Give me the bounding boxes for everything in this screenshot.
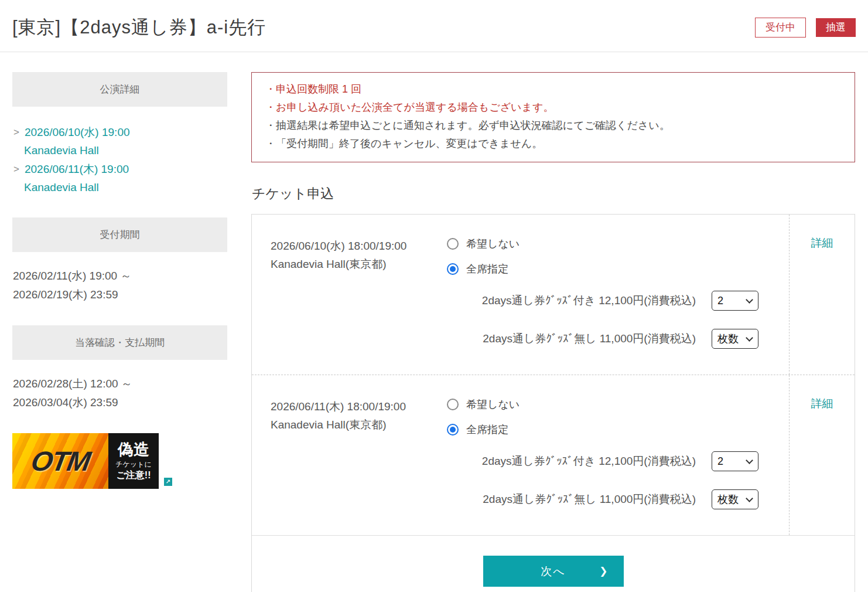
- quantity-value: 2: [717, 455, 723, 468]
- external-link-icon[interactable]: ↗: [164, 478, 172, 486]
- seat-options: 希望しない 全席指定 2days通し券ｸﾞｯｽﾞ付き 12,100円(消費税込)…: [447, 237, 789, 349]
- performance-date: 2026/06/10(水) 18:00/19:00: [271, 237, 447, 255]
- radio-label: 全席指定: [466, 262, 508, 276]
- seat-options: 希望しない 全席指定 2days通し券ｸﾞｯｽﾞ付き 12,100円(消費税込)…: [447, 397, 789, 509]
- section-title: チケット申込: [252, 185, 855, 203]
- badge-group: 受付中 抽選: [755, 18, 856, 38]
- radio-all-seats[interactable]: [447, 263, 459, 275]
- quantity-value: 枚数: [717, 332, 739, 346]
- performance-date: 2026/06/11(木) 18:00/19:00: [271, 397, 447, 416]
- detail-link[interactable]: 詳細: [811, 397, 833, 410]
- show-venue-link[interactable]: Kanadevia Hall: [24, 144, 99, 156]
- show-date-link[interactable]: 2026/06/11(木) 19:00: [25, 160, 129, 178]
- ticket-option: 2days通し券ｸﾞｯｽﾞ無し 11,000円(消費税込) 枚数: [447, 329, 758, 349]
- period-to: 2026/02/19(木) 23:59: [13, 285, 227, 304]
- quantity-select[interactable]: 枚数: [712, 489, 758, 509]
- quantity-value: 枚数: [717, 492, 739, 506]
- quantity-select[interactable]: 枚数: [712, 329, 758, 349]
- chevron-down-icon: [746, 457, 753, 464]
- notice-line: ・申込回数制限 1 回: [265, 80, 841, 98]
- performance-venue: Kanadevia Hall(東京都): [271, 416, 447, 434]
- ticket-option-label: 2days通し券ｸﾞｯｽﾞ無し 11,000円(消費税込): [483, 331, 696, 346]
- next-button[interactable]: 次へ ❯: [483, 556, 624, 587]
- quantity-select[interactable]: 2: [712, 451, 758, 471]
- option-not-desired: 希望しない: [447, 397, 758, 411]
- status-badge: 受付中: [755, 18, 806, 38]
- option-not-desired: 希望しない: [447, 237, 758, 251]
- chevron-down-icon: [746, 296, 753, 304]
- page-title: [東京]【2days通し券】a-i先行: [12, 15, 266, 40]
- show-list-item: > 2026/06/11(木) 19:00 Kanadevia Hall: [13, 160, 227, 196]
- quantity-value: 2: [717, 295, 723, 307]
- payment-period-header: 当落確認・支払期間: [12, 325, 227, 360]
- chevron-down-icon: [746, 495, 753, 502]
- ticket-option-label: 2days通し券ｸﾞｯｽﾞ無し 11,000円(消費税込): [483, 492, 696, 507]
- period-from: 2026/02/28(土) 12:00 ～: [13, 375, 227, 393]
- ticket-option: 2days通し券ｸﾞｯｽﾞ付き 12,100円(消費税込) 2: [447, 291, 758, 311]
- performance-info: 2026/06/10(水) 18:00/19:00 Kanadevia Hall…: [271, 237, 447, 349]
- notice-line: ・お申し込み頂いた公演全てが当選する場合もございます。: [265, 98, 841, 117]
- radio-label: 全席指定: [466, 423, 508, 437]
- chevron-right-icon: ❯: [599, 565, 607, 577]
- period-to: 2026/03/04(水) 23:59: [13, 393, 227, 412]
- notice-box: ・申込回数制限 1 回 ・お申し込み頂いた公演全てが当選する場合もございます。 …: [251, 72, 855, 162]
- table-footer: 次へ ❯: [252, 535, 855, 592]
- period-from: 2026/02/11(水) 19:00 ～: [13, 267, 227, 285]
- lottery-badge: 抽選: [816, 18, 856, 37]
- application-period-header: 受付期間: [12, 217, 227, 252]
- application-period-text: 2026/02/11(水) 19:00 ～ 2026/02/19(木) 23:5…: [13, 267, 227, 304]
- option-all-seats: 全席指定: [447, 423, 758, 437]
- radio-all-seats[interactable]: [447, 424, 459, 436]
- main-content: ・申込回数制限 1 回 ・お申し込み頂いた公演全てが当選する場合もございます。 …: [251, 72, 855, 592]
- show-list: > 2026/06/10(水) 19:00 Kanadevia Hall > 2…: [13, 123, 227, 196]
- otm-logo: OTM: [29, 445, 92, 477]
- detail-link[interactable]: 詳細: [811, 237, 833, 249]
- radio-not-desired[interactable]: [447, 399, 459, 410]
- performance-details-header: 公演詳細: [12, 72, 227, 107]
- ticket-option-label: 2days通し券ｸﾞｯｽﾞ付き 12,100円(消費税込): [482, 454, 696, 469]
- ticket-application-page: [東京]【2days通し券】a-i先行 受付中 抽選 公演詳細 > 2026/0…: [0, 0, 868, 592]
- show-list-item: > 2026/06/10(水) 19:00 Kanadevia Hall: [13, 123, 227, 159]
- notice-line: ・抽選結果は希望申込ごとに通知されます。必ず申込状況確認にてご確認ください。: [265, 117, 841, 135]
- banner-area: OTM 偽造 チケットに ご注意!! ↗: [12, 433, 227, 489]
- show-venue-link[interactable]: Kanadevia Hall: [24, 181, 99, 193]
- counterfeit-warning-banner[interactable]: OTM 偽造 チケットに ご注意!!: [12, 433, 159, 489]
- banner-warning-text: 偽造 チケットに ご注意!!: [108, 433, 159, 489]
- performance-row: 2026/06/11(木) 18:00/19:00 Kanadevia Hall…: [252, 375, 855, 535]
- otm-logo-panel: OTM: [12, 433, 108, 489]
- ticket-option-label: 2days通し券ｸﾞｯｽﾞ付き 12,100円(消費税込): [482, 293, 696, 308]
- option-all-seats: 全席指定: [447, 262, 758, 276]
- detail-cell: 詳細: [789, 215, 855, 375]
- quantity-select[interactable]: 2: [712, 291, 758, 311]
- show-date-link[interactable]: 2026/06/10(水) 19:00: [25, 123, 130, 141]
- performance-row: 2026/06/10(水) 18:00/19:00 Kanadevia Hall…: [252, 215, 855, 375]
- chevron-down-icon: [746, 334, 753, 342]
- detail-cell: 詳細: [789, 375, 855, 535]
- notice-line: ・「受付期間」終了後のキャンセル、変更はできません。: [265, 135, 841, 153]
- payment-period-text: 2026/02/28(土) 12:00 ～ 2026/03/04(水) 23:5…: [13, 375, 227, 412]
- performance-info: 2026/06/11(木) 18:00/19:00 Kanadevia Hall…: [271, 397, 447, 509]
- page-header: [東京]【2days通し券】a-i先行 受付中 抽選: [0, 0, 868, 52]
- chevron-right-icon: >: [13, 160, 19, 178]
- radio-label: 希望しない: [466, 397, 520, 411]
- sidebar: 公演詳細 > 2026/06/10(水) 19:00 Kanadevia Hal…: [12, 72, 227, 592]
- ticket-option: 2days通し券ｸﾞｯｽﾞ無し 11,000円(消費税込) 枚数: [447, 489, 758, 509]
- radio-not-desired[interactable]: [447, 238, 459, 250]
- chevron-right-icon: >: [13, 123, 19, 141]
- next-button-label: 次へ: [541, 564, 565, 579]
- ticket-option: 2days通し券ｸﾞｯｽﾞ付き 12,100円(消費税込) 2: [447, 451, 758, 471]
- radio-label: 希望しない: [466, 237, 520, 251]
- performance-venue: Kanadevia Hall(東京都): [271, 255, 447, 273]
- ticket-table: 2026/06/10(水) 18:00/19:00 Kanadevia Hall…: [251, 214, 855, 592]
